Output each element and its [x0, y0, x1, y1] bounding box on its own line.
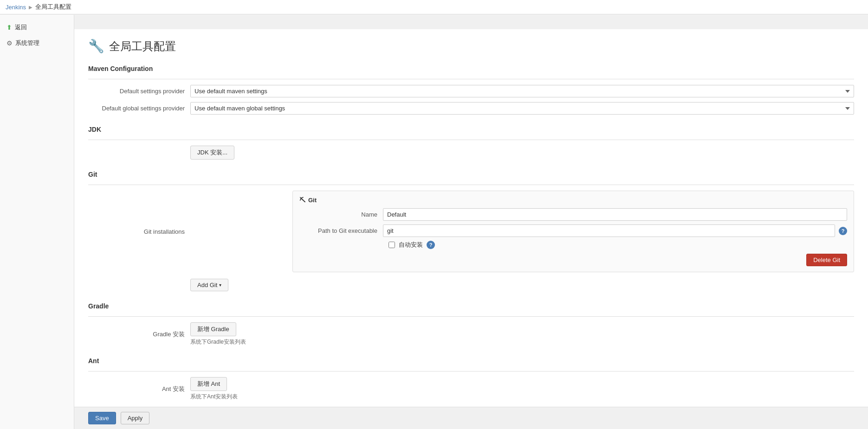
- jdk-install-wrap: JDK 安装...: [190, 146, 854, 160]
- page-title: 全局工具配置: [109, 39, 176, 54]
- git-section: Git Git installations ⛏ Git Name: [88, 171, 854, 291]
- delete-btn-row: Delete Git: [299, 254, 847, 266]
- gradle-install-row: Gradle 安装 新增 Gradle 系统下Gradle安装列表: [88, 322, 854, 346]
- gear-icon: ⚙: [6, 39, 13, 47]
- ant-install-wrap: 新增 Ant 系统下Ant安装列表: [190, 377, 854, 401]
- jdk-install-button[interactable]: JDK 安装...: [190, 146, 234, 160]
- default-settings-label: Default settings provider: [88, 88, 190, 95]
- jdk-section: JDK JDK 安装...: [88, 126, 854, 160]
- git-block-header: ⛏ Git: [299, 197, 847, 204]
- git-divider: [88, 185, 854, 185]
- git-name-input[interactable]: [383, 208, 847, 221]
- sidebar-item-back[interactable]: ⬆ 返回: [0, 19, 74, 35]
- ant-install-note: 系统下Ant安装列表: [190, 393, 854, 401]
- gradle-install-button[interactable]: 新增 Gradle: [190, 322, 236, 336]
- breadcrumb-home[interactable]: Jenkins: [6, 4, 26, 11]
- jdk-title: JDK: [88, 126, 854, 135]
- default-settings-select[interactable]: Use default maven settings: [190, 85, 854, 97]
- gradle-divider: [88, 316, 854, 317]
- ant-install-label: Ant 安装: [88, 385, 190, 393]
- git-path-input[interactable]: [383, 224, 835, 237]
- maven-config-section: Maven Configuration Default settings pro…: [88, 65, 854, 115]
- add-git-row: Add Git ▾: [190, 279, 854, 291]
- git-path-help-icon[interactable]: ?: [839, 227, 847, 235]
- git-block-icon: ⛏: [299, 197, 305, 204]
- jdk-divider: [88, 140, 854, 140]
- default-settings-row: Default settings provider Use default ma…: [88, 85, 854, 97]
- git-path-label: Path to Git executable: [299, 227, 383, 234]
- page-title-row: 🔧 全局工具配置: [88, 38, 854, 54]
- sidebar-back-label: 返回: [15, 23, 27, 32]
- ant-section: Ant Ant 安装 新增 Ant 系统下Ant安装列表: [88, 357, 854, 401]
- auto-install-help-icon[interactable]: ?: [427, 241, 435, 249]
- gradle-section: Gradle Gradle 安装 新增 Gradle 系统下Gradle安装列表: [88, 302, 854, 346]
- maven-config-title: Maven Configuration: [88, 65, 854, 74]
- gradle-install-label: Gradle 安装: [88, 330, 190, 339]
- ant-btn-wrap: 新增 Ant: [190, 377, 854, 391]
- git-name-wrap: [383, 208, 847, 221]
- delete-git-button[interactable]: Delete Git: [806, 254, 847, 266]
- git-path-wrap: ?: [383, 224, 847, 237]
- git-title: Git: [88, 171, 854, 180]
- auto-install-label: 自动安装: [399, 241, 423, 249]
- apply-button[interactable]: Apply: [121, 412, 150, 424]
- maven-config-divider: [88, 79, 854, 79]
- global-settings-label: Default global settings provider: [88, 105, 190, 112]
- breadcrumb-current: 全局工具配置: [35, 3, 71, 11]
- save-button[interactable]: Save: [88, 412, 116, 424]
- ant-title: Ant: [88, 357, 854, 366]
- git-name-label: Name: [299, 211, 383, 218]
- gradle-install-wrap: 新增 Gradle 系统下Gradle安装列表: [190, 322, 854, 346]
- git-installations-label: Git installations: [88, 228, 190, 235]
- gradle-title: Gradle: [88, 302, 854, 312]
- git-path-row: Path to Git executable ?: [299, 224, 847, 237]
- git-installations-wrap: ⛏ Git Name Path to Git executable ?: [190, 191, 854, 272]
- ant-install-button[interactable]: 新增 Ant: [190, 377, 227, 391]
- gradle-install-note: 系统下Gradle安装列表: [190, 338, 854, 346]
- add-git-label: Add Git: [197, 282, 217, 288]
- main-content: 🔧 全局工具配置 Maven Configuration Default set…: [74, 29, 868, 429]
- global-settings-row: Default global settings provider Use def…: [88, 102, 854, 115]
- add-git-caret: ▾: [219, 282, 221, 288]
- auto-install-checkbox[interactable]: [389, 242, 395, 248]
- sidebar: ⬆ 返回 ⚙ 系统管理: [0, 15, 74, 429]
- breadcrumb-separator: ▶: [29, 5, 32, 10]
- ant-install-row: Ant 安装 新增 Ant 系统下Ant安装列表: [88, 377, 854, 401]
- git-block-title: Git: [308, 197, 317, 204]
- auto-install-row: 自动安装 ?: [383, 241, 847, 249]
- global-settings-wrap: Use default maven global settings: [190, 102, 854, 115]
- sidebar-item-system[interactable]: ⚙ 系统管理: [0, 35, 74, 51]
- page-title-icon: 🔧: [88, 38, 104, 54]
- global-settings-select[interactable]: Use default maven global settings: [190, 102, 854, 115]
- git-install-block: ⛏ Git Name Path to Git executable ?: [292, 191, 854, 272]
- git-installations-row: Git installations ⛏ Git Name: [88, 191, 854, 272]
- breadcrumb-bar: Jenkins ▶ 全局工具配置: [0, 0, 868, 14]
- back-icon: ⬆: [6, 24, 12, 31]
- bottom-bar: Save Apply: [74, 407, 868, 429]
- add-git-button[interactable]: Add Git ▾: [190, 279, 228, 291]
- default-settings-wrap: Use default maven settings: [190, 85, 854, 97]
- sidebar-system-label: 系统管理: [15, 39, 39, 47]
- ant-divider: [88, 371, 854, 371]
- git-name-row: Name: [299, 208, 847, 221]
- gradle-btn-wrap: 新增 Gradle: [190, 322, 854, 336]
